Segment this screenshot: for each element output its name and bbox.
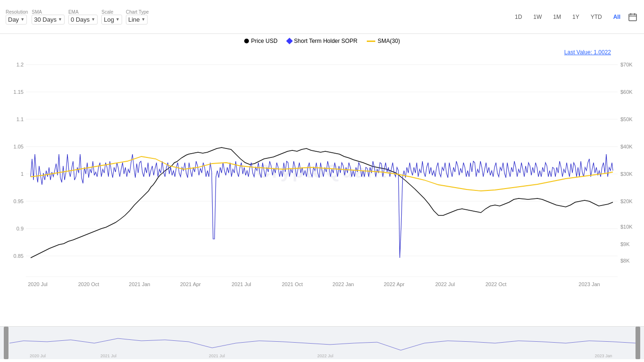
- ema-select[interactable]: 0 Days ▼: [68, 15, 98, 25]
- sma-control: SMA 30 Days ▼: [32, 9, 65, 25]
- svg-text:$30K: $30K: [620, 171, 633, 177]
- svg-text:2022 Apr: 2022 Apr: [384, 281, 405, 287]
- resolution-control: Resolution Day ▼: [6, 9, 28, 25]
- sopr-icon: [286, 38, 293, 44]
- svg-text:1.1: 1.1: [17, 116, 24, 122]
- minimap-chart: 2020 Jul 2021 Jul 2021 Jul 2022 Jul 2023…: [0, 327, 644, 359]
- btn-all[interactable]: All: [609, 12, 625, 22]
- svg-text:$50K: $50K: [620, 116, 633, 122]
- legend-sma-label: SMA(30): [378, 38, 400, 44]
- controls-left: Resolution Day ▼ SMA 30 Days ▼ EMA 0 Day…: [6, 9, 149, 25]
- svg-text:$20K: $20K: [620, 198, 633, 204]
- svg-text:0.95: 0.95: [14, 198, 24, 204]
- scale-label: Scale: [101, 9, 113, 15]
- svg-text:$10K: $10K: [620, 224, 633, 230]
- svg-text:$40K: $40K: [620, 144, 633, 149]
- legend-sopr: Short Term Holder SOPR: [287, 38, 358, 44]
- btn-1m[interactable]: 1M: [548, 12, 566, 22]
- chart-type-label: Chart Type: [126, 9, 149, 15]
- svg-text:2022 Oct: 2022 Oct: [486, 281, 507, 287]
- svg-text:0.85: 0.85: [14, 253, 24, 259]
- scale-select[interactable]: Log ▼: [101, 15, 122, 25]
- svg-text:2023 Jan: 2023 Jan: [578, 281, 600, 287]
- svg-text:$8K: $8K: [620, 258, 630, 263]
- svg-text:2021 Jul: 2021 Jul: [100, 354, 116, 358]
- svg-text:2022 Jul: 2022 Jul: [435, 281, 455, 287]
- svg-text:2020 Jul: 2020 Jul: [28, 281, 48, 287]
- resolution-label: Resolution: [6, 9, 28, 15]
- svg-text:2021 Apr: 2021 Apr: [180, 281, 201, 287]
- top-bar: Resolution Day ▼ SMA 30 Days ▼ EMA 0 Day…: [0, 0, 644, 34]
- legend-sopr-label: Short Term Holder SOPR: [294, 38, 358, 44]
- svg-text:2022 Jan: 2022 Jan: [332, 281, 354, 287]
- btn-1y[interactable]: 1Y: [568, 12, 584, 22]
- scale-value: Log: [104, 16, 114, 23]
- ema-arrow: ▼: [91, 17, 95, 22]
- svg-text:$70K: $70K: [620, 62, 633, 67]
- svg-text:2021 Jul: 2021 Jul: [231, 281, 251, 287]
- minimap: 2020 Jul 2021 Jul 2021 Jul 2022 Jul 2023…: [0, 326, 644, 359]
- minimap-handle-left[interactable]: [4, 327, 8, 359]
- ema-label: EMA: [68, 9, 79, 15]
- svg-text:2021 Jul: 2021 Jul: [209, 354, 225, 358]
- svg-text:$9K: $9K: [620, 241, 630, 247]
- calendar-icon[interactable]: [627, 11, 638, 23]
- last-value: Last Value: 1.0022: [564, 49, 611, 56]
- scale-arrow: ▼: [116, 17, 120, 22]
- svg-text:2022 Jul: 2022 Jul: [317, 354, 333, 358]
- svg-text:2023 Jan: 2023 Jan: [594, 354, 612, 358]
- resolution-select[interactable]: Day ▼: [6, 15, 27, 25]
- btn-1w[interactable]: 1W: [528, 12, 546, 22]
- legend-price: Price USD: [244, 38, 278, 44]
- price-icon: [244, 39, 249, 43]
- chart-type-control: Chart Type Line ▼: [126, 9, 149, 25]
- sma-label: SMA: [32, 9, 42, 15]
- controls-right: 1D 1W 1M 1Y YTD All: [510, 11, 638, 23]
- svg-text:2021 Oct: 2021 Oct: [282, 281, 303, 287]
- svg-text:1.05: 1.05: [14, 144, 24, 149]
- sopr-line: [31, 154, 613, 258]
- svg-text:1: 1: [21, 171, 24, 177]
- svg-text:$60K: $60K: [620, 89, 633, 95]
- resolution-value: Day: [8, 16, 19, 23]
- ema-control: EMA 0 Days ▼: [68, 9, 98, 25]
- svg-text:2020 Oct: 2020 Oct: [78, 281, 99, 287]
- sma-select[interactable]: 30 Days ▼: [32, 15, 65, 25]
- svg-text:2020 Jul: 2020 Jul: [30, 354, 46, 358]
- chart-type-value: Line: [128, 16, 140, 23]
- btn-ytd[interactable]: YTD: [586, 12, 607, 22]
- main-chart: 1.2 1.15 1.1 1.05 1 0.95 0.9 0.85 $70K $…: [0, 60, 644, 291]
- legend: Price USD Short Term Holder SOPR SMA(30): [0, 34, 644, 46]
- svg-text:1.15: 1.15: [14, 89, 24, 95]
- legend-price-label: Price USD: [251, 38, 278, 44]
- sma-icon: [367, 41, 375, 42]
- svg-text:2021 Jan: 2021 Jan: [129, 281, 150, 287]
- chart-type-select[interactable]: Line ▼: [126, 15, 148, 25]
- legend-sma: SMA(30): [367, 38, 400, 44]
- ema-value: 0 Days: [71, 16, 90, 23]
- resolution-arrow: ▼: [20, 17, 25, 22]
- svg-rect-0: [629, 14, 636, 21]
- svg-text:0.9: 0.9: [17, 226, 24, 231]
- btn-1d[interactable]: 1D: [510, 12, 527, 22]
- svg-text:1.2: 1.2: [17, 62, 24, 67]
- chart-area: Price USD Short Term Holder SOPR SMA(30)…: [0, 34, 644, 326]
- sma-value: 30 Days: [34, 16, 57, 23]
- minimap-handle-right[interactable]: [636, 327, 640, 359]
- sma-arrow: ▼: [58, 17, 62, 22]
- scale-control: Scale Log ▼: [101, 9, 122, 25]
- chart-type-arrow: ▼: [141, 17, 145, 22]
